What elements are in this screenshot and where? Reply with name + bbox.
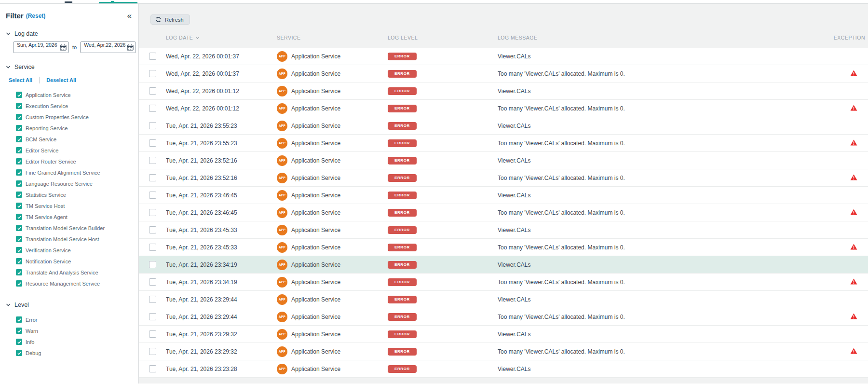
row-checkbox[interactable] [149,330,156,338]
collapse-panel-icon[interactable]: « [127,12,132,20]
exception-warning-icon[interactable] [850,70,857,78]
checkbox-checked-icon[interactable] [16,350,22,356]
table-row[interactable]: Wed, Apr. 22, 2026 00:01:12APPApplicatio… [139,100,868,117]
checkbox-checked-icon[interactable] [16,269,22,275]
row-checkbox[interactable] [149,157,156,164]
checkbox-checked-icon[interactable] [16,103,22,109]
exception-warning-icon[interactable] [850,174,857,182]
checkbox-checked-icon[interactable] [16,180,22,187]
service-checkbox-item[interactable]: Application Service [0,89,138,100]
table-row[interactable]: Wed, Apr. 22, 2026 00:01:37APPApplicatio… [139,65,868,82]
checkbox-checked-icon[interactable] [16,258,22,264]
table-row[interactable]: Tue, Apr. 21, 2026 23:34:19APPApplicatio… [139,256,868,274]
row-checkbox[interactable] [149,244,156,251]
service-checkbox-item[interactable]: Verification Service [0,245,138,256]
level-checkbox-item[interactable]: Info [0,336,138,347]
refresh-button[interactable]: Refresh [150,14,190,25]
table-row[interactable]: Tue, Apr. 21, 2026 23:46:45APPApplicatio… [139,204,868,221]
service-section-header[interactable]: Service [0,64,138,70]
service-checkbox-item[interactable]: Fine Grained Alignment Service [0,167,138,178]
calendar-icon[interactable] [60,44,67,51]
service-checkbox-item[interactable]: Language Resource Service [0,178,138,189]
row-checkbox[interactable] [149,105,156,112]
deselect-all-link[interactable]: Deselect All [46,77,76,83]
row-checkbox[interactable] [149,348,156,355]
service-checkbox-item[interactable]: Editor Router Service [0,156,138,167]
row-checkbox[interactable] [149,296,156,303]
checkbox-checked-icon[interactable] [16,169,22,176]
service-checkbox-item[interactable]: Reporting Service [0,123,138,134]
checkbox-checked-icon[interactable] [16,280,22,287]
table-row[interactable]: Tue, Apr. 21, 2026 23:29:32APPApplicatio… [139,343,868,360]
checkbox-checked-icon[interactable] [16,92,22,98]
exception-warning-icon[interactable] [850,139,857,147]
checkbox-checked-icon[interactable] [16,328,22,334]
level-checkbox-item[interactable]: Debug [0,347,138,358]
exception-warning-icon[interactable] [850,313,857,321]
service-checkbox-item[interactable]: Resource Management Service [0,278,138,289]
table-row[interactable]: Tue, Apr. 21, 2026 23:29:44APPApplicatio… [139,308,868,326]
checkbox-checked-icon[interactable] [16,136,22,142]
table-row[interactable]: Tue, Apr. 21, 2026 23:46:45APPApplicatio… [139,187,868,204]
checkbox-checked-icon[interactable] [16,316,22,323]
checkbox-checked-icon[interactable] [16,225,22,231]
service-checkbox-item[interactable]: TM Service Agent [0,211,138,222]
table-row[interactable]: Tue, Apr. 21, 2026 23:45:33APPApplicatio… [139,221,868,239]
checkbox-checked-icon[interactable] [16,236,22,242]
checkbox-checked-icon[interactable] [16,214,22,220]
exception-warning-icon[interactable] [850,348,857,356]
checkbox-checked-icon[interactable] [16,203,22,209]
checkbox-checked-icon[interactable] [16,158,22,165]
row-checkbox[interactable] [149,122,156,129]
column-header-log-date[interactable]: LOG DATE [166,35,277,41]
table-row[interactable]: Wed, Apr. 22, 2026 00:01:12APPApplicatio… [139,82,868,100]
log-date-section-header[interactable]: Log date [0,30,138,37]
exception-warning-icon[interactable] [850,209,857,217]
service-checkbox-item[interactable]: BCM Service [0,134,138,145]
checkbox-checked-icon[interactable] [16,339,22,345]
checkbox-checked-icon[interactable] [16,247,22,253]
checkbox-checked-icon[interactable] [16,192,22,198]
row-checkbox[interactable] [149,226,156,233]
exception-warning-icon[interactable] [850,244,857,251]
service-checkbox-item[interactable]: Translation Model Service Builder [0,222,138,233]
row-checkbox[interactable] [149,53,156,60]
row-checkbox[interactable] [149,261,156,268]
table-row[interactable]: Tue, Apr. 21, 2026 23:45:33APPApplicatio… [139,239,868,256]
service-checkbox-item[interactable]: Execution Service [0,100,138,111]
row-checkbox[interactable] [149,278,156,286]
service-checkbox-item[interactable]: Editor Service [0,145,138,156]
level-section-header[interactable]: Level [0,302,138,308]
table-row[interactable]: Tue, Apr. 21, 2026 23:52:16APPApplicatio… [139,152,868,169]
reset-link[interactable]: (Reset) [26,13,46,19]
table-row[interactable]: Tue, Apr. 21, 2026 23:52:16APPApplicatio… [139,169,868,187]
row-checkbox[interactable] [149,192,156,199]
exception-warning-icon[interactable] [850,278,857,286]
table-row[interactable]: Wed, Apr. 22, 2026 00:01:37APPApplicatio… [139,48,868,65]
exception-warning-icon[interactable] [850,105,857,112]
service-checkbox-item[interactable]: Custom Properties Service [0,111,138,123]
table-row[interactable]: Tue, Apr. 21, 2026 23:29:32APPApplicatio… [139,326,868,343]
service-checkbox-item[interactable]: Statistics Service [0,189,138,200]
calendar-icon[interactable] [127,44,134,51]
row-checkbox[interactable] [149,313,156,320]
service-checkbox-item[interactable]: Translate And Analysis Service [0,267,138,278]
level-checkbox-item[interactable]: Error [0,314,138,325]
service-checkbox-item[interactable]: Translation Model Service Host [0,233,138,245]
row-checkbox[interactable] [149,70,156,77]
table-row[interactable]: Tue, Apr. 21, 2026 23:29:44APPApplicatio… [139,291,868,308]
service-checkbox-item[interactable]: Notification Service [0,256,138,267]
service-checkbox-item[interactable]: TM Service Host [0,200,138,211]
row-checkbox[interactable] [149,139,156,147]
select-all-link[interactable]: Select All [9,77,32,83]
checkbox-checked-icon[interactable] [16,114,22,120]
row-checkbox[interactable] [149,209,156,216]
table-row[interactable]: Tue, Apr. 21, 2026 23:55:23APPApplicatio… [139,135,868,152]
table-row[interactable]: Tue, Apr. 21, 2026 23:23:28APPApplicatio… [139,360,868,378]
row-checkbox[interactable] [149,87,156,95]
row-checkbox[interactable] [149,365,156,372]
level-checkbox-item[interactable]: Warn [0,325,138,336]
row-checkbox[interactable] [149,174,156,181]
checkbox-checked-icon[interactable] [16,147,22,153]
checkbox-checked-icon[interactable] [16,125,22,131]
